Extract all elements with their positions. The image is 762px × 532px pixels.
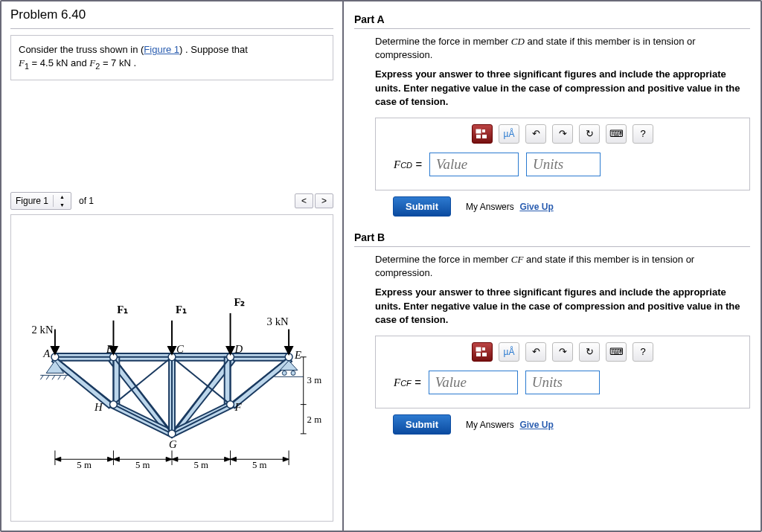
svg-line-17: [113, 405, 172, 434]
figure-link[interactable]: Figure 1: [144, 44, 179, 55]
svg-line-16: [55, 357, 114, 405]
svg-text:A: A: [42, 347, 51, 359]
svg-marker-4: [52, 357, 113, 408]
templates-button[interactable]: [472, 342, 493, 362]
figure-selector-label: Figure 1: [11, 194, 53, 208]
divider: [10, 28, 333, 29]
svg-rect-99: [482, 347, 485, 350]
undo-button[interactable]: ↶: [525, 124, 546, 144]
val-f1: = 4.5 kN: [29, 57, 68, 68]
svg-text:G: G: [169, 438, 177, 449]
period: .: [131, 57, 136, 68]
submit-button-b[interactable]: Submit: [393, 414, 451, 435]
units-button[interactable]: µÅ: [499, 124, 519, 144]
svg-text:E: E: [294, 349, 301, 361]
svg-rect-95: [482, 129, 485, 132]
svg-text:C: C: [176, 343, 184, 355]
part-b-header: Part B: [354, 227, 750, 247]
submit-button-a[interactable]: Submit: [393, 196, 451, 217]
val-f2: = 7 kN: [100, 57, 131, 68]
svg-line-41: [46, 375, 49, 379]
var-f1: F: [19, 57, 25, 68]
reset-button[interactable]: ↻: [579, 124, 600, 144]
figure-count: of 1: [73, 194, 100, 208]
answer-frame-a: µÅ ↶ ↷ ↻ ⌨ ? FCD =: [375, 118, 750, 190]
statement-text: Consider the truss shown in (: [19, 44, 144, 55]
svg-text:D: D: [234, 343, 243, 355]
problem-statement: Consider the truss shown in (Figure 1) .…: [10, 35, 333, 80]
my-answers-a: My Answers: [466, 202, 514, 212]
figure-selector[interactable]: Figure 1 ▲▼: [10, 192, 71, 210]
part-a-description: Determine the force in member CD and sta…: [375, 35, 750, 62]
figure-panel: 2 kN 3 kN F₁ F₁ F₂ A B C D E H G F: [10, 214, 333, 522]
svg-line-43: [58, 375, 61, 379]
svg-line-40: [40, 375, 43, 379]
reset-button[interactable]: ↻: [579, 342, 600, 362]
svg-point-34: [227, 401, 234, 408]
svg-text:3 m: 3 m: [307, 375, 322, 385]
svg-text:5 m: 5 m: [135, 460, 150, 470]
answer-frame-b: µÅ ↶ ↷ ↻ ⌨ ? FCF =: [375, 336, 750, 408]
spinner-icon[interactable]: ▲▼: [54, 193, 71, 209]
give-up-link-a[interactable]: Give Up: [519, 202, 553, 212]
svg-text:2 m: 2 m: [307, 414, 322, 425]
svg-point-38: [291, 371, 295, 375]
svg-rect-101: [482, 353, 487, 356]
part-b-instructions: Express your answer to three significant…: [375, 286, 750, 327]
svg-line-42: [52, 375, 55, 379]
units-button[interactable]: µÅ: [499, 342, 519, 362]
svg-text:3 kN: 3 kN: [267, 315, 289, 327]
svg-marker-8: [231, 357, 292, 408]
units-input-b[interactable]: [525, 371, 600, 394]
templates-button[interactable]: [472, 124, 493, 144]
svg-text:2 kN: 2 kN: [31, 324, 53, 336]
svg-marker-89: [283, 457, 289, 461]
svg-text:F₁: F₁: [176, 304, 187, 315]
figure-prev-button[interactable]: <: [295, 193, 313, 208]
part-a-instructions: Express your answer to three significant…: [375, 68, 750, 109]
svg-text:5 m: 5 m: [193, 460, 208, 470]
keyboard-button[interactable]: ⌨: [606, 124, 627, 144]
help-button[interactable]: ?: [633, 342, 653, 362]
units-input-a[interactable]: [526, 153, 601, 176]
truss-diagram: 2 kN 3 kN F₁ F₁ F₂ A B C D E H G F: [11, 215, 333, 521]
undo-button[interactable]: ↶: [525, 342, 546, 362]
svg-text:5 m: 5 m: [252, 460, 267, 470]
help-button[interactable]: ?: [633, 124, 653, 144]
svg-line-19: [231, 357, 289, 405]
svg-point-33: [168, 430, 176, 438]
svg-rect-97: [482, 135, 487, 138]
svg-text:F₁: F₁: [117, 304, 128, 315]
force-label-b: FCF =: [394, 376, 421, 389]
svg-text:F: F: [234, 401, 242, 413]
and-text: and: [68, 57, 89, 68]
svg-line-18: [172, 405, 231, 434]
svg-rect-100: [476, 353, 481, 356]
svg-line-44: [64, 375, 67, 379]
svg-point-32: [110, 401, 118, 408]
keyboard-button[interactable]: ⌨: [606, 342, 627, 362]
value-input-b[interactable]: [429, 371, 518, 394]
my-answers-b: My Answers: [466, 420, 514, 430]
figure-next-button[interactable]: >: [315, 193, 333, 208]
give-up-link-b[interactable]: Give Up: [519, 420, 553, 430]
svg-text:H: H: [94, 401, 103, 413]
part-a-header: Part A: [354, 9, 750, 29]
svg-rect-98: [476, 347, 481, 351]
svg-text:5 m: 5 m: [77, 460, 92, 470]
redo-button[interactable]: ↷: [552, 124, 573, 144]
svg-rect-94: [476, 129, 481, 133]
svg-rect-96: [476, 135, 481, 138]
redo-button[interactable]: ↷: [552, 342, 573, 362]
svg-point-37: [282, 371, 286, 375]
svg-text:B: B: [106, 343, 113, 355]
svg-marker-86: [172, 457, 178, 461]
svg-marker-88: [231, 457, 237, 461]
svg-text:F₂: F₂: [234, 296, 245, 308]
statement-text: ) . Suppose that: [179, 44, 248, 55]
problem-title: Problem 6.40: [1, 1, 342, 27]
value-input-a[interactable]: [429, 153, 519, 176]
svg-marker-84: [113, 457, 119, 461]
force-label-a: FCD =: [394, 158, 422, 171]
part-b-description: Determine the force in member CF and sta…: [375, 253, 750, 280]
